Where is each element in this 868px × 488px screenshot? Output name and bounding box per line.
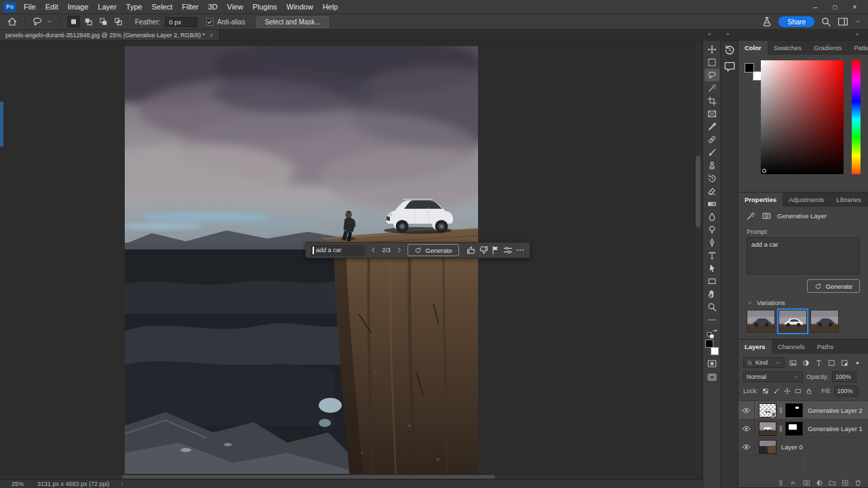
layer-thumbnail[interactable] — [759, 440, 776, 454]
panel-menu-icon[interactable] — [854, 340, 868, 354]
menu-type[interactable]: Type — [121, 3, 147, 11]
tab-layers-channels[interactable]: Channels — [772, 340, 811, 354]
thumbs-down-button[interactable] — [479, 245, 488, 255]
scrollbar-thumb[interactable] — [122, 475, 495, 479]
filter-type-layers[interactable] — [813, 358, 825, 368]
layer-style-button[interactable]: fx — [790, 479, 797, 487]
vertical-scrollbar[interactable] — [694, 41, 701, 474]
lock-position[interactable] — [783, 387, 792, 396]
anti-alias-checkbox[interactable] — [206, 18, 214, 26]
adjustment-layer-button[interactable] — [816, 479, 823, 487]
object-selection-tool[interactable] — [705, 81, 719, 94]
subtract-selection-mode[interactable] — [97, 16, 110, 28]
new-group-button[interactable] — [829, 479, 836, 487]
minimize-button[interactable]: – — [806, 3, 825, 11]
screen-mode-button[interactable] — [707, 372, 717, 382]
layer-name[interactable]: Generative Layer 1 — [808, 425, 863, 432]
pen-tool[interactable] — [705, 236, 719, 249]
visibility-toggle[interactable] — [738, 420, 755, 437]
menu-plugins[interactable]: Plugins — [248, 3, 281, 11]
layer-filter-dropdown[interactable]: Kind — [743, 357, 785, 368]
app-logo-icon[interactable]: Ps — [3, 2, 16, 12]
more-options-button[interactable] — [515, 245, 525, 255]
brush-tool[interactable] — [705, 146, 719, 159]
delete-layer-button[interactable] — [854, 479, 862, 487]
menu-file[interactable]: File — [19, 3, 41, 11]
generate-button[interactable]: Generate — [408, 244, 459, 256]
new-selection-mode[interactable] — [67, 16, 80, 28]
tab-prop-properties[interactable]: Properties — [738, 192, 783, 207]
layer-mask-thumbnail[interactable] — [785, 422, 803, 436]
next-variation-button[interactable] — [395, 246, 403, 254]
tab-color-color[interactable]: Color — [738, 41, 768, 55]
layer-row[interactable]: Layer 0 — [738, 438, 868, 456]
filter-adjustment-layers[interactable] — [800, 358, 812, 368]
opacity-dropdown[interactable]: 100% — [832, 371, 856, 382]
tab-color-gradients[interactable]: Gradients — [808, 41, 848, 55]
swap-colors-icon[interactable] — [707, 328, 717, 339]
blur-tool[interactable] — [705, 210, 719, 223]
filter-smart-objects[interactable] — [839, 358, 850, 368]
zoom-tool[interactable] — [705, 300, 719, 313]
tab-layers-layers[interactable]: Layers — [738, 340, 772, 354]
chevron-down-icon[interactable] — [854, 18, 861, 25]
tab-prop-libraries[interactable]: Libraries — [830, 192, 867, 207]
collapse-strip-chevron[interactable]: « — [726, 31, 728, 37]
layer-row[interactable]: Generative Layer 1 — [738, 420, 868, 438]
generate-button[interactable]: Generate — [807, 279, 860, 293]
lock-pixels[interactable] — [772, 387, 781, 396]
horizontal-scrollbar[interactable] — [0, 474, 694, 479]
variation-1[interactable] — [747, 310, 775, 333]
lasso-tool[interactable] — [705, 68, 719, 81]
menu-image[interactable]: Image — [63, 3, 94, 11]
canvas-image[interactable] — [125, 46, 478, 478]
collapse-dock-chevron[interactable]: « — [856, 31, 858, 37]
add-selection-mode[interactable] — [82, 16, 95, 28]
settings-button[interactable] — [503, 245, 513, 255]
intersect-selection-mode[interactable] — [112, 16, 125, 28]
tab-color-patterns[interactable]: Patterns — [848, 41, 868, 55]
menu-layer[interactable]: Layer — [93, 3, 121, 11]
fill-dropdown[interactable]: 100% — [834, 386, 859, 396]
menu-help[interactable]: Help — [318, 3, 343, 11]
lock-all[interactable] — [804, 387, 814, 396]
menu-filter[interactable]: Filter — [177, 3, 203, 11]
layer-thumbnail[interactable] — [759, 403, 776, 418]
search-icon[interactable] — [821, 16, 831, 27]
tech-preview-icon[interactable] — [762, 16, 772, 27]
menu-window[interactable]: Window — [282, 3, 318, 11]
foreground-swatch[interactable] — [745, 63, 754, 73]
layer-row[interactable]: Generative Layer 2 — [738, 401, 868, 420]
previous-variation-button[interactable] — [370, 246, 377, 254]
comments-panel-button[interactable] — [724, 60, 736, 73]
close-button[interactable]: × — [845, 3, 865, 11]
color-marker[interactable] — [762, 169, 766, 173]
new-layer-button[interactable] — [842, 479, 849, 487]
variations-header[interactable]: Variations — [747, 299, 860, 306]
document-tab[interactable]: pexels-angelo-duranti-3512848.jpg @ 25% … — [0, 30, 220, 40]
maximize-button[interactable]: □ — [825, 3, 845, 11]
menu-select[interactable]: Select — [147, 3, 178, 11]
hand-tool[interactable] — [705, 287, 719, 300]
crop-tool[interactable] — [705, 94, 719, 107]
layer-thumbnail[interactable] — [759, 422, 776, 436]
foreground-color-swatch[interactable] — [705, 340, 713, 348]
feather-input[interactable]: 0 px — [165, 17, 197, 27]
tab-prop-adjustments[interactable]: Adjustments — [783, 192, 830, 207]
menu-edit[interactable]: Edit — [41, 3, 63, 11]
tab-layers-paths[interactable]: Paths — [811, 340, 840, 354]
lasso-tool-icon[interactable] — [32, 16, 43, 27]
layer-name[interactable]: Generative Layer 2 — [808, 407, 863, 414]
frame-tool[interactable] — [705, 107, 719, 120]
background-color-swatch[interactable] — [711, 347, 719, 355]
gradient-tool[interactable] — [705, 197, 719, 210]
chevron-down-icon[interactable] — [46, 18, 53, 25]
visibility-toggle[interactable] — [738, 438, 755, 455]
visibility-toggle[interactable] — [738, 401, 755, 419]
path-selection-tool[interactable] — [705, 262, 719, 274]
close-tab-icon[interactable]: × — [210, 32, 213, 39]
eyedropper-tool[interactable] — [705, 120, 719, 133]
layer-mask-thumbnail[interactable] — [785, 403, 803, 418]
healing-brush-tool[interactable] — [705, 133, 719, 146]
report-button[interactable] — [491, 245, 500, 255]
